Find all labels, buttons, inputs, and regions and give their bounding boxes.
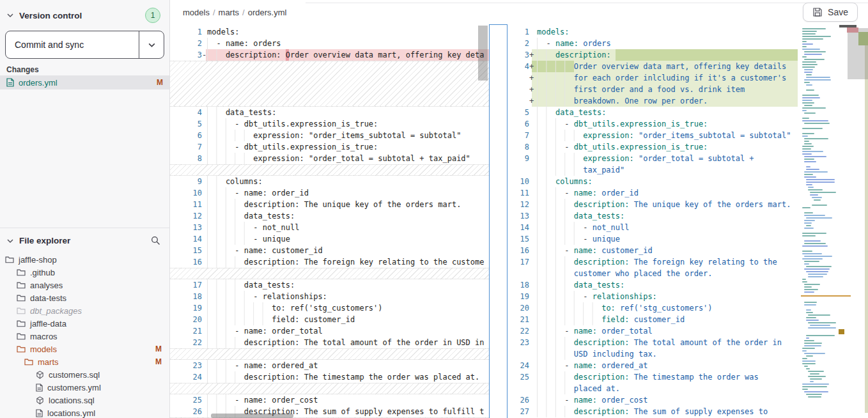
search-icon[interactable] <box>151 236 160 245</box>
line-number-gutter: 13 <box>170 222 207 233</box>
tree-item-label: .github <box>30 268 55 277</box>
code-line[interactable]: 25 - name: order_cost <box>170 394 489 406</box>
code-line[interactable]: 26 description: The sum of supply expens… <box>170 406 489 417</box>
tree-item-jaffle-shop[interactable]: jaffle-shop <box>0 253 169 266</box>
overview-ruler <box>865 36 868 413</box>
line-number-gutter: 11 <box>170 199 207 210</box>
line-number-gutter: 12 <box>508 199 535 210</box>
line-number-gutter: 21 <box>508 314 535 325</box>
breadcrumb-item[interactable]: models <box>183 8 210 17</box>
tree-item-label: customers.sql <box>49 370 100 380</box>
line-number-gutter: + <box>508 95 535 107</box>
breadcrumb-separator: / <box>210 8 219 17</box>
diff-spacer <box>170 268 489 279</box>
code-line[interactable]: 17 data_tests: <box>170 279 489 291</box>
code-line[interactable]: 21 - name: order_total <box>170 325 489 337</box>
tree-item-macros[interactable]: macros <box>0 330 169 343</box>
line-number-gutter: 15 <box>170 245 207 256</box>
version-control-header: Version control 1 <box>0 0 169 23</box>
diff-sash[interactable] <box>489 24 508 418</box>
app-window: Version control 1 Commit and sync Change… <box>0 0 868 418</box>
line-number-gutter: 10 <box>508 176 535 187</box>
file-explorer-title: File explorer <box>19 236 146 245</box>
tree-item-data-tests[interactable]: data-tests <box>0 291 169 304</box>
code-line[interactable]: 18 - relationships: <box>170 291 489 302</box>
commit-and-sync-label: Commit and sync <box>6 31 139 58</box>
line-number-gutter: 13 <box>508 210 535 222</box>
tree-item-locations-yml[interactable]: locations.yml <box>0 406 169 418</box>
sidebar: Version control 1 Commit and sync Change… <box>0 0 170 418</box>
line-number-gutter: 26 <box>170 406 207 417</box>
breadcrumb-separator: / <box>239 8 248 17</box>
tree-item-models[interactable]: modelsM <box>0 343 169 355</box>
line-number-gutter: 7 <box>170 141 207 153</box>
tree-item-dbt-packages[interactable]: dbt_packages <box>0 304 169 317</box>
line-number-gutter: 4+ <box>508 61 535 72</box>
chevron-down-icon[interactable] <box>139 31 164 58</box>
line-number-gutter: 26 <box>508 394 535 406</box>
line-number-gutter: 4 <box>170 107 207 118</box>
code-line[interactable]: 1models: <box>170 26 489 38</box>
save-button[interactable]: Save <box>803 3 858 22</box>
file-explorer: File explorer jaffle-shop.githubanalyses… <box>0 228 169 418</box>
code-line[interactable]: 5 - dbt_utils.expression_is_true: <box>170 118 489 130</box>
line-number-gutter: 14 <box>170 233 207 245</box>
code-line[interactable]: 23 - name: ordered_at <box>170 360 489 371</box>
code-line[interactable]: 15 - name: customer_id <box>170 245 489 256</box>
tree-item-label: data-tests <box>30 293 66 303</box>
code-line[interactable]: 2 - name: orders <box>170 38 489 49</box>
tree-item-locations-sql[interactable]: locations.sql <box>0 394 169 406</box>
code-line[interactable]: 14 - unique <box>170 233 489 245</box>
code-line[interactable]: 11 description: The unique key of the or… <box>170 199 489 210</box>
breadcrumb-item[interactable]: orders.yml <box>248 8 287 17</box>
minimap-addition-marker <box>858 32 868 45</box>
chevron-down-icon[interactable] <box>6 237 14 245</box>
code-line[interactable]: 22 description: The total amount of the … <box>170 337 489 348</box>
folder-icon <box>17 268 26 276</box>
code-line[interactable]: 10 - name: order_id <box>170 187 489 199</box>
diff-editor: 1models:2 - name: orders3- description: … <box>170 24 868 418</box>
minimap[interactable] <box>801 28 865 412</box>
tree-item-jaffle-data[interactable]: jaffle-data <box>0 317 169 330</box>
line-number-gutter: 19 <box>170 302 207 314</box>
code-line[interactable]: 6 expression: "order_items_subtotal = su… <box>170 130 489 141</box>
folder-icon <box>5 256 14 263</box>
chevron-down-icon[interactable] <box>6 12 14 19</box>
diff-original-pane[interactable]: 1models:2 - name: orders3- description: … <box>170 24 489 418</box>
line-number-gutter: 6 <box>170 130 207 141</box>
line-number-gutter: 12 <box>170 210 207 222</box>
tree-item-label: dbt_packages <box>30 306 82 316</box>
code-line[interactable]: 13 - not_null <box>170 222 489 233</box>
line-number-gutter: 1 <box>508 26 535 38</box>
tree-item-customers-yml[interactable]: customers.yml <box>0 381 169 394</box>
commit-and-sync-button[interactable]: Commit and sync <box>5 31 164 59</box>
code-line[interactable]: 7 - dbt_utils.expression_is_true: <box>170 141 489 153</box>
line-number-gutter: 14 <box>508 222 535 233</box>
code-line[interactable]: 9 columns: <box>170 176 489 187</box>
file-explorer-header: File explorer <box>0 228 169 249</box>
code-line[interactable]: 8 expression: "order_total = subtotal + … <box>170 153 489 164</box>
line-number-gutter: 2 <box>170 38 207 49</box>
minimap-scroll-thumb[interactable] <box>839 25 856 27</box>
code-line[interactable]: 20 field: customer_id <box>170 314 489 325</box>
tree-item-marts[interactable]: martsM <box>0 355 169 368</box>
code-line[interactable]: 3- description: Order overview data mart… <box>170 49 489 61</box>
code-line[interactable]: 16 description: The foreign key relating… <box>170 256 489 268</box>
tree-item-customers-sql[interactable]: customers.sql <box>0 368 169 381</box>
code-line[interactable]: 4 data_tests: <box>170 107 489 118</box>
tree-item--github[interactable]: .github <box>0 266 169 279</box>
line-number-gutter: 15 <box>508 233 535 245</box>
modified-status-badge: M <box>155 344 162 353</box>
line-number-gutter: 3- <box>170 49 207 61</box>
line-number-gutter: 17 <box>170 279 207 291</box>
line-number-gutter: 22 <box>508 325 535 337</box>
code-line[interactable]: 12 data_tests: <box>170 210 489 222</box>
breadcrumb-item[interactable]: marts <box>219 8 240 17</box>
code-line[interactable]: 24 description: The timestamp the order … <box>170 371 489 383</box>
tree-item-label: analyses <box>30 281 63 290</box>
code-line[interactable]: 19 to: ref('stg_customers') <box>170 302 489 314</box>
line-number-gutter: 24 <box>508 360 535 371</box>
changed-file-row[interactable]: orders.yml M <box>0 75 169 89</box>
line-number-gutter: 2 <box>508 38 535 49</box>
tree-item-analyses[interactable]: analyses <box>0 279 169 291</box>
